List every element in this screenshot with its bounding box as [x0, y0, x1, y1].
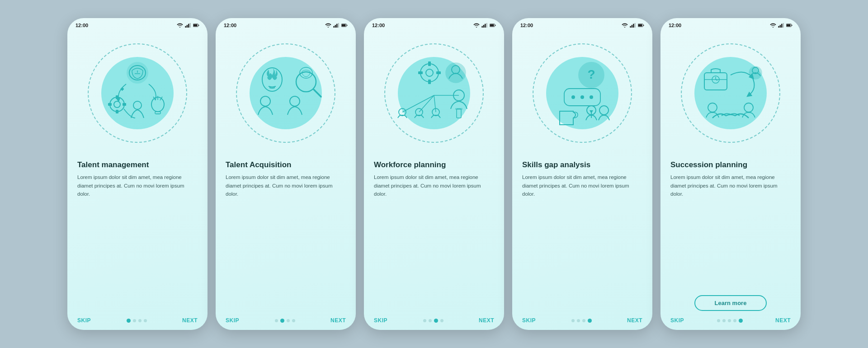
status-icons-4 — [622, 23, 644, 28]
card-desc-5: Lorem ipsum dolor sit dim amet, mea regi… — [670, 173, 791, 291]
illustration-1 — [67, 30, 208, 156]
svg-rect-50 — [436, 71, 441, 74]
svg-line-59 — [402, 95, 434, 112]
dot-3-0 — [423, 319, 426, 322]
svg-line-36 — [314, 89, 321, 97]
dot-3-2 — [434, 319, 438, 323]
dots-4 — [571, 319, 592, 323]
svg-rect-25 — [333, 26, 335, 28]
learn-more-button[interactable]: Learn more — [694, 295, 767, 311]
phones-container: 12:00 — [67, 18, 801, 330]
svg-rect-65 — [633, 24, 634, 28]
svg-rect-68 — [638, 24, 642, 26]
svg-text:?: ? — [587, 67, 595, 81]
skip-button-2[interactable]: SKIP — [226, 317, 239, 324]
svg-rect-5 — [193, 24, 198, 26]
phone-3: 12:00 — [364, 18, 504, 330]
svg-point-46 — [426, 69, 433, 76]
bottom-nav-2: SKIP NEXT — [216, 314, 356, 330]
next-button-4[interactable]: NEXT — [627, 317, 642, 324]
skip-button-4[interactable]: SKIP — [522, 317, 536, 324]
dot-5-3 — [733, 319, 736, 322]
dot-2-3 — [292, 319, 295, 322]
status-icons-2 — [325, 23, 348, 28]
card-title-4: Skills gap analysis — [522, 160, 642, 169]
illustration-5 — [660, 30, 801, 156]
svg-point-34 — [290, 96, 300, 106]
svg-rect-38 — [481, 26, 483, 28]
phone-2: 12:00 — [216, 18, 356, 330]
dot-4-0 — [571, 319, 575, 322]
card-title-1: Talent management — [77, 160, 198, 169]
battery-icon — [193, 23, 199, 28]
dot-3-1 — [429, 319, 432, 322]
card-desc-3: Lorem ipsum dolor sit dim amet, mea regi… — [374, 173, 494, 314]
svg-rect-27 — [336, 24, 338, 28]
svg-rect-6 — [198, 25, 199, 26]
workforce-planning-illustration — [389, 48, 479, 138]
skip-button-3[interactable]: SKIP — [374, 317, 387, 324]
status-bar-1: 12:00 — [67, 18, 208, 30]
dot-2-2 — [287, 319, 290, 322]
status-time-3: 12:00 — [372, 23, 385, 28]
card-desc-1: Lorem ipsum dolor sit dim amet, mea regi… — [77, 173, 198, 314]
dot-2-1 — [280, 319, 284, 323]
talent-management-illustration — [92, 48, 183, 138]
bottom-nav-5: SKIP NEXT — [660, 314, 801, 330]
phone-1: 12:00 — [67, 18, 208, 330]
wifi-icon-3 — [473, 23, 480, 28]
skills-gap-illustration: ? — [537, 48, 627, 138]
svg-rect-28 — [338, 23, 339, 28]
dot-4-1 — [577, 319, 580, 322]
svg-rect-54 — [457, 109, 461, 118]
card-title-3: Workforce planning — [374, 160, 494, 169]
svg-rect-86 — [704, 73, 727, 90]
battery-icon-4 — [638, 23, 644, 28]
status-time-5: 12:00 — [669, 23, 681, 28]
svg-point-33 — [260, 96, 270, 106]
skip-button-1[interactable]: SKIP — [77, 317, 91, 324]
status-bar-4: 12:00 — [512, 18, 652, 30]
dot-2-0 — [275, 319, 278, 322]
svg-rect-16 — [123, 103, 126, 106]
svg-rect-84 — [787, 24, 791, 26]
svg-rect-66 — [634, 23, 636, 28]
svg-rect-85 — [792, 25, 792, 26]
svg-rect-44 — [495, 25, 495, 26]
wifi-icon — [177, 23, 183, 28]
dot-5-1 — [722, 319, 726, 322]
svg-rect-69 — [643, 25, 644, 26]
svg-rect-0 — [185, 26, 186, 28]
illustration-2 — [216, 30, 356, 156]
svg-point-74 — [580, 95, 584, 99]
dot-1-1 — [133, 319, 136, 322]
next-button-3[interactable]: NEXT — [479, 317, 494, 324]
phone-4: 12:00 ? — [512, 18, 652, 330]
bottom-nav-1: SKIP NEXT — [67, 314, 208, 330]
svg-line-61 — [434, 95, 436, 112]
svg-rect-30 — [342, 24, 346, 26]
svg-rect-31 — [347, 25, 347, 26]
status-bar-5: 12:00 — [660, 18, 801, 30]
svg-rect-81 — [781, 24, 783, 28]
next-button-2[interactable]: NEXT — [330, 317, 346, 324]
content-1: Talent management Lorem ipsum dolor sit … — [67, 156, 208, 314]
skip-button-5[interactable]: SKIP — [670, 317, 684, 324]
svg-rect-43 — [490, 24, 494, 26]
svg-rect-48 — [428, 80, 431, 84]
status-time-2: 12:00 — [224, 23, 236, 28]
svg-rect-64 — [632, 25, 633, 28]
dot-4-2 — [582, 319, 585, 322]
content-4: Skills gap analysis Lorem ipsum dolor si… — [512, 156, 652, 314]
svg-point-45 — [420, 64, 439, 82]
content-5: Succession planning Lorem ipsum dolor si… — [660, 156, 801, 314]
dots-1 — [127, 319, 147, 323]
next-button-5[interactable]: NEXT — [775, 317, 791, 324]
status-bar-2: 12:00 — [216, 18, 356, 30]
next-button-1[interactable]: NEXT — [182, 317, 198, 324]
content-3: Workforce planning Lorem ipsum dolor sit… — [364, 156, 504, 314]
svg-rect-39 — [483, 25, 485, 28]
svg-rect-79 — [778, 26, 779, 28]
dot-5-4 — [739, 319, 743, 323]
svg-rect-40 — [485, 24, 486, 28]
